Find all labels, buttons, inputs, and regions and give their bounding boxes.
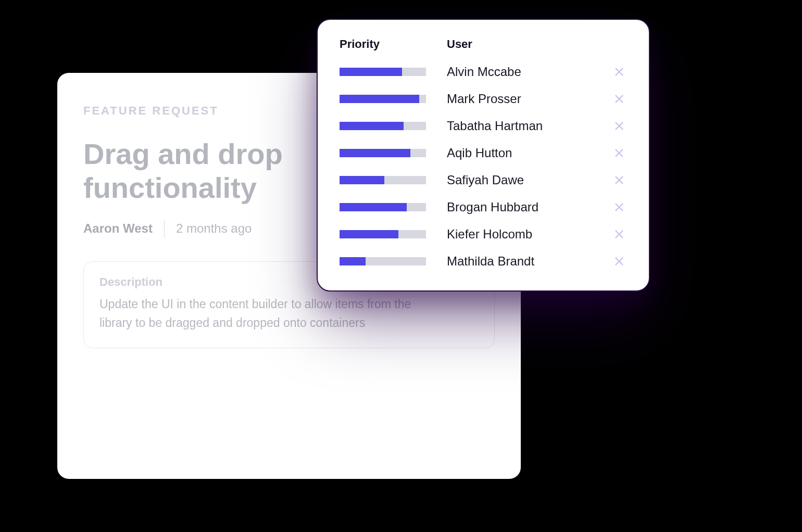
remove-button[interactable] [611,201,627,213]
close-icon [613,147,625,159]
list-item: Mathilda Brandt [340,254,627,269]
close-icon [613,201,625,213]
priority-bar-track [340,68,426,76]
remove-button[interactable] [611,93,627,105]
priority-cell [340,230,447,238]
remove-button[interactable] [611,120,627,132]
priority-cell [340,203,447,211]
close-icon [613,229,625,240]
column-header-user: User [447,37,627,51]
list-item: Brogan Hubbard [340,200,627,214]
user-name: Mark Prosser [447,92,611,106]
close-icon [613,66,625,78]
priority-bar-fill [340,122,404,130]
priority-bar-track [340,203,426,211]
priority-bar-fill [340,257,366,265]
list-item: Tabatha Hartman [340,119,627,133]
priority-bar-fill [340,203,407,211]
popup-header-row: Priority User [340,37,627,51]
close-icon [613,256,625,267]
priority-cell [340,68,447,76]
priority-bar-track [340,230,426,238]
remove-button[interactable] [611,66,627,78]
remove-button[interactable] [611,229,627,240]
column-header-priority: Priority [340,37,447,51]
remove-button[interactable] [611,256,627,267]
priority-bar-fill [340,176,384,184]
close-icon [613,93,625,105]
author-name: Aaron West [83,221,153,236]
close-icon [613,120,625,132]
priority-bar-track [340,257,426,265]
priority-bar-fill [340,230,398,238]
priority-users-popup: Priority User Alvin Mccabe Mark Prosser [317,19,650,292]
user-name: Mathilda Brandt [447,254,611,269]
list-item: Alvin Mccabe [340,65,627,79]
priority-cell [340,176,447,184]
priority-cell [340,257,447,265]
user-name: Tabatha Hartman [447,119,611,133]
user-name: Kiefer Holcomb [447,227,611,242]
priority-bar-track [340,149,426,157]
priority-cell [340,95,447,103]
priority-cell [340,149,447,157]
priority-cell [340,122,447,130]
list-item: Aqib Hutton [340,146,627,160]
user-name: Alvin Mccabe [447,65,611,79]
user-name: Brogan Hubbard [447,200,611,214]
timestamp: 2 months ago [176,221,252,236]
list-item: Kiefer Holcomb [340,227,627,242]
description-body: Update the UI in the content builder to … [99,295,422,332]
popup-rows: Alvin Mccabe Mark Prosser Tabatha Hartma… [340,65,627,269]
remove-button[interactable] [611,147,627,159]
list-item: Mark Prosser [340,92,627,106]
priority-bar-fill [340,149,410,157]
user-name: Aqib Hutton [447,146,611,160]
user-name: Safiyah Dawe [447,173,611,187]
list-item: Safiyah Dawe [340,173,627,187]
close-icon [613,174,625,186]
priority-bar-track [340,176,426,184]
meta-divider [164,220,165,237]
priority-bar-fill [340,68,402,76]
priority-bar-track [340,122,426,130]
priority-bar-fill [340,95,419,103]
priority-bar-track [340,95,426,103]
remove-button[interactable] [611,174,627,186]
